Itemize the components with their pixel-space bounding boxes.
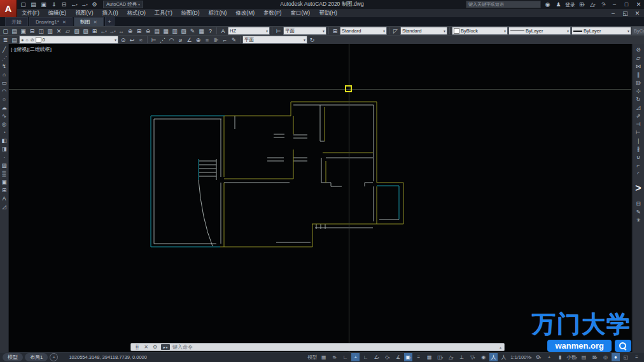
redo-icon[interactable]: →▾	[108, 27, 116, 35]
rotate-icon[interactable]: ↻	[634, 95, 643, 103]
layout1-tab[interactable]: 布局1	[25, 353, 48, 361]
dynamic-ucs-icon[interactable]: ⊥	[457, 353, 466, 361]
share-icon[interactable]: △▾	[589, 1, 597, 8]
make-layer-current-icon[interactable]: ⊙	[119, 36, 127, 44]
polygon-icon[interactable]: ⌂	[0, 70, 8, 78]
model-tab[interactable]: 模型	[3, 353, 23, 361]
qnew-icon[interactable]: ▢	[1, 27, 10, 35]
polyline-icon[interactable]: ↯	[0, 62, 8, 70]
layer-previous-icon[interactable]: ↩	[128, 36, 136, 44]
annotation-scale-icon[interactable]: 1:1/100%▾	[510, 353, 532, 361]
mleader-style-combo[interactable]: Standard▾	[400, 27, 447, 35]
command-icon[interactable]: ▸ ▾	[161, 344, 170, 350]
array-icon[interactable]: ⊞▾	[634, 78, 643, 87]
gradient-icon[interactable]: ▒	[0, 169, 8, 178]
clean-screen-icon[interactable]: ◱	[621, 353, 631, 361]
autocad-logo[interactable]: A	[0, 0, 17, 17]
layer-combo[interactable]: ●☼⊘ 0▾	[19, 36, 118, 44]
grid-display-icon[interactable]: ▦	[319, 353, 328, 361]
quick-dimension-icon[interactable]: ⊕	[194, 36, 202, 44]
open-file-icon[interactable]: ▤	[29, 1, 38, 8]
plot-icon[interactable]: ⊟	[60, 1, 68, 8]
diameter-dimension-icon[interactable]: ⌀	[176, 36, 185, 44]
copy-icon[interactable]: ▱	[634, 53, 643, 62]
menu-item-0[interactable]: 文件(F)	[22, 10, 39, 17]
save-file-icon[interactable]: ▣	[39, 1, 48, 8]
help-icon[interactable]: ?▾	[599, 1, 608, 8]
sign-in-link[interactable]: 登录	[565, 1, 575, 8]
table-style-combo[interactable]: Standard▾	[340, 27, 387, 35]
tab-current-drawing[interactable]: 制图 ✕	[74, 17, 104, 26]
create-block-icon[interactable]: ◨	[0, 144, 8, 153]
rectangle-icon[interactable]: ▭	[0, 78, 8, 87]
new-layout-button[interactable]: +	[50, 353, 58, 361]
annotation-visibility-icon[interactable]: 人	[489, 353, 498, 361]
trim-icon[interactable]: ⊣	[634, 120, 643, 128]
dimension-edit-icon[interactable]: ⌐	[221, 36, 229, 44]
break-at-point-icon[interactable]: ∣	[634, 136, 643, 144]
break-icon[interactable]: ∦	[634, 144, 643, 153]
isodraft-icon[interactable]: ◇▾	[382, 353, 392, 361]
dimension-text-edit-icon[interactable]: ✎	[230, 36, 238, 44]
menu-item-1[interactable]: 编辑(E)	[48, 10, 66, 17]
linear-dimension-icon[interactable]: ⊢	[150, 36, 158, 44]
copy-clip-icon[interactable]: ▱	[64, 27, 72, 35]
angular-dimension-icon[interactable]: ∠	[185, 36, 193, 44]
workspace-switcher[interactable]: AutoCAD 经典 ▾	[103, 1, 143, 8]
continue-dimension-icon[interactable]: ⊪	[212, 36, 220, 44]
hatch-icon[interactable]: ▨	[0, 161, 8, 169]
text-style-combo[interactable]: HZ▾	[228, 27, 270, 35]
plot-preview-icon[interactable]: ◫	[37, 27, 45, 35]
lineweight-display-icon[interactable]: ≡	[414, 353, 423, 361]
move-icon[interactable]: ⊹	[634, 87, 643, 95]
command-prompt[interactable]: 键入命令	[172, 344, 193, 351]
pan-icon[interactable]: ↔	[117, 27, 125, 35]
dimension-update-icon[interactable]: ↻	[308, 36, 316, 44]
pin-icon[interactable]: +	[544, 353, 554, 361]
close-tab-icon[interactable]: ✕	[62, 20, 66, 25]
close-doc-icon[interactable]: ✕	[633, 10, 641, 17]
lineweight-combo[interactable]: ByLayer▾	[571, 27, 631, 35]
dim-style-combo[interactable]: 平面▾	[283, 27, 326, 35]
block-editor-icon[interactable]: ⊞	[90, 27, 99, 35]
zoom-previous-icon[interactable]: ⊖	[144, 27, 152, 35]
infer-constraints-icon[interactable]: ∟	[340, 353, 350, 361]
color-combo[interactable]: ByBlock▾	[452, 27, 508, 35]
graphics-performance-icon[interactable]: ●	[612, 353, 620, 361]
menu-item-4[interactable]: 格式(O)	[127, 10, 146, 17]
workspace-gear-icon[interactable]: ⚙	[90, 1, 99, 8]
workspace-switching-icon[interactable]: ⚙▾	[533, 353, 543, 361]
offset-icon[interactable]: ∥	[634, 70, 643, 78]
menu-item-8[interactable]: 修改(M)	[235, 10, 255, 17]
cart-icon[interactable]: ⊞▾	[578, 1, 586, 8]
menu-item-3[interactable]: 插入(I)	[102, 10, 118, 17]
close-tab-icon[interactable]: ✕	[94, 20, 97, 25]
arc-icon[interactable]: ◠	[0, 87, 8, 95]
ortho-mode-icon[interactable]: ∟	[361, 353, 370, 361]
layer-match-icon[interactable]: ≈	[137, 36, 145, 44]
search-icon[interactable]: ◉	[543, 1, 552, 8]
selection-filter-icon[interactable]: ▽▾	[468, 353, 477, 361]
undo-icon[interactable]: ←▾	[70, 1, 78, 8]
save-as-icon[interactable]: ⇓	[50, 1, 58, 8]
tool-palettes-icon[interactable]: ▥	[171, 27, 179, 35]
layer-states-icon[interactable]: ▤	[10, 36, 18, 44]
command-scroll-icon[interactable]: ▴	[500, 345, 501, 349]
fillet-icon[interactable]: ◜	[634, 169, 643, 178]
spline-icon[interactable]: ∿	[0, 111, 8, 120]
markup-icon[interactable]: ✎	[188, 27, 197, 35]
undo-icon[interactable]: ←▾	[99, 27, 108, 35]
minimize-window-icon[interactable]: –	[610, 1, 619, 8]
arc-length-dimension-icon[interactable]: ◠	[167, 36, 176, 44]
new-tab-button[interactable]: +	[105, 17, 115, 26]
stretch-icon[interactable]: ⇗	[634, 111, 643, 120]
menu-item-5[interactable]: 工具(T)	[155, 10, 172, 17]
plot-icon[interactable]: ⊟	[28, 27, 36, 35]
annotation-autoscale-icon[interactable]: 人	[499, 353, 508, 361]
layer-lock-icon[interactable]: ⊘	[31, 38, 34, 43]
quickcalc-icon[interactable]: ▦	[197, 27, 206, 35]
customize-icon[interactable]: ≡	[632, 353, 641, 361]
restore-doc-icon[interactable]: ◱	[621, 10, 629, 17]
help-icon[interactable]: ?	[206, 27, 214, 35]
linetype-combo[interactable]: ByLayer▾	[508, 27, 571, 35]
